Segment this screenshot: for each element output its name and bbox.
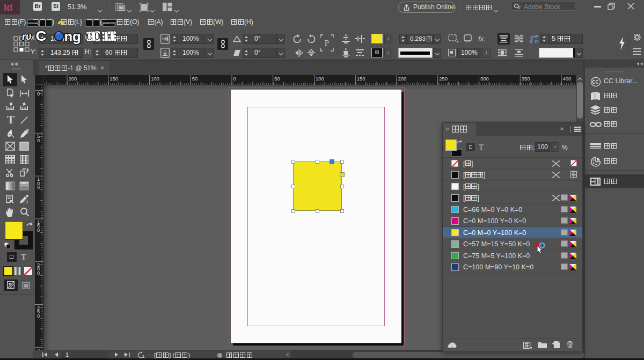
svg-text:P: P [325, 39, 329, 47]
svg-text:rυ: rυ [21, 31, 32, 42]
svg-text:ng: ng [64, 29, 81, 44]
svg-text:C: C [36, 29, 47, 45]
